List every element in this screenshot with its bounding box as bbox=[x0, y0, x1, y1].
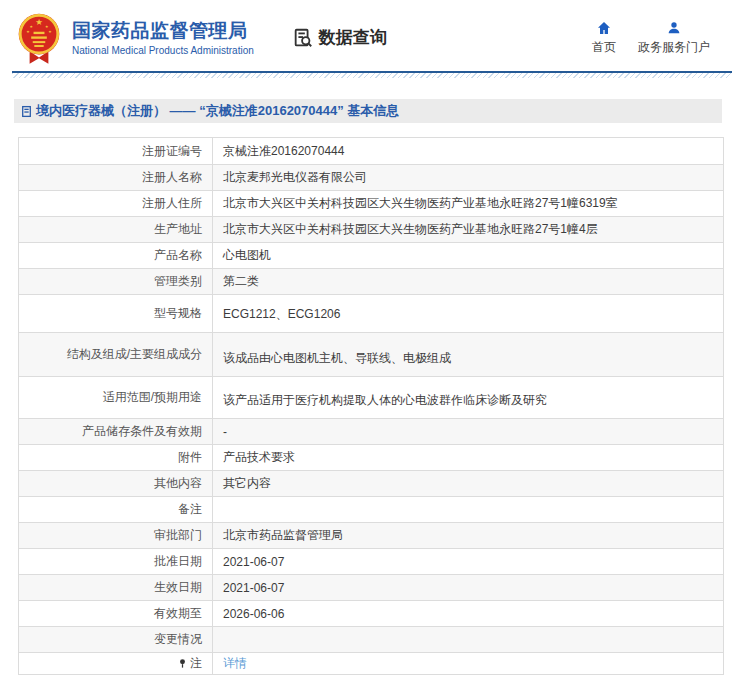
row-label: 其他内容 bbox=[19, 471, 213, 496]
details-link[interactable]: 详情 bbox=[223, 655, 247, 672]
table-row: 批准日期2021-06-07 bbox=[19, 548, 723, 574]
header-hatch-strip bbox=[12, 73, 732, 78]
brand-block: 国家药品监督管理局 National Medical Products Admi… bbox=[72, 19, 254, 56]
table-row: 审批部门北京市药品监督管理局 bbox=[19, 522, 723, 548]
row-value: 该成品由心电图机主机、导联线、电极组成 bbox=[213, 333, 723, 376]
row-value: 产品技术要求 bbox=[213, 445, 723, 470]
nav-service-portal-label: 政务服务门户 bbox=[638, 39, 710, 56]
table-row: 注册人住所北京市大兴区中关村科技园区大兴生物医药产业基地永旺路27号1幢6319… bbox=[19, 190, 723, 216]
row-label: 审批部门 bbox=[19, 523, 213, 548]
table-row: 变更情况 bbox=[19, 626, 723, 652]
table-row: 结构及组成/主要组成成分该成品由心电图机主机、导联线、电极组成 bbox=[19, 332, 723, 376]
site-title: 国家药品监督管理局 bbox=[72, 19, 254, 43]
table-row: 附件产品技术要求 bbox=[19, 444, 723, 470]
table-row: 型号规格ECG1212、ECG1206 bbox=[19, 294, 723, 332]
row-value: 2021-06-07 bbox=[213, 549, 723, 574]
row-label: 备注 bbox=[19, 497, 213, 522]
svg-text:★: ★ bbox=[26, 28, 30, 33]
row-label: 管理类别 bbox=[19, 269, 213, 294]
user-icon bbox=[666, 20, 682, 36]
row-value: 2021-06-07 bbox=[213, 575, 723, 600]
table-row: 生产地址北京市大兴区中关村科技园区大兴生物医药产业基地永旺路27号1幢4层 bbox=[19, 216, 723, 242]
nav-home-label: 首页 bbox=[592, 39, 616, 56]
table-row: 备注 bbox=[19, 496, 723, 522]
site-subtitle: National Medical Products Administration bbox=[72, 45, 254, 56]
row-label: 产品储存条件及有效期 bbox=[19, 419, 213, 444]
nav-service-portal[interactable]: 政务服务门户 bbox=[638, 20, 710, 56]
row-value: 北京市药品监督管理局 bbox=[213, 523, 723, 548]
table-row: 注详情 bbox=[19, 652, 723, 674]
row-value bbox=[213, 497, 723, 522]
table-row: 注册人名称北京麦邦光电仪器有限公司 bbox=[19, 164, 723, 190]
row-value: 北京麦邦光电仪器有限公司 bbox=[213, 165, 723, 190]
breadcrumb: 境内医疗器械（注册） —— “京械注准20162070444” 基本信息 bbox=[14, 99, 722, 123]
row-value: 其它内容 bbox=[213, 471, 723, 496]
row-value: 心电图机 bbox=[213, 243, 723, 268]
row-value bbox=[213, 627, 723, 652]
row-label: 适用范围/预期用途 bbox=[19, 377, 213, 418]
row-label: 生效日期 bbox=[19, 575, 213, 600]
row-label: 批准日期 bbox=[19, 549, 213, 574]
svg-text:★: ★ bbox=[48, 28, 52, 33]
note-pin-icon bbox=[177, 658, 188, 669]
data-query-label: 数据查询 bbox=[319, 26, 387, 49]
row-label: 注 bbox=[19, 653, 213, 674]
table-row: 产品名称心电图机 bbox=[19, 242, 723, 268]
row-label: 产品名称 bbox=[19, 243, 213, 268]
row-label: 注册人名称 bbox=[19, 165, 213, 190]
row-label: 注册人住所 bbox=[19, 191, 213, 216]
table-row: 适用范围/预期用途该产品适用于医疗机构提取人体的心电波群作临床诊断及研究 bbox=[19, 376, 723, 418]
row-label: 变更情况 bbox=[19, 627, 213, 652]
table-row: 管理类别第二类 bbox=[19, 268, 723, 294]
table-row: 有效期至2026-06-06 bbox=[19, 600, 723, 626]
svg-text:★: ★ bbox=[29, 23, 33, 28]
row-label: 注册证编号 bbox=[19, 138, 213, 164]
row-value: ECG1212、ECG1206 bbox=[213, 295, 723, 332]
row-label: 生产地址 bbox=[19, 217, 213, 242]
table-row: 注册证编号京械注准20162070444 bbox=[19, 138, 723, 164]
row-value: 京械注准20162070444 bbox=[213, 138, 723, 164]
home-icon bbox=[596, 20, 612, 36]
site-header: ★ ★ ★ ★ ★ 国家药品监督管理局 National Medical Pro… bbox=[0, 0, 732, 71]
row-value: 详情 bbox=[213, 653, 723, 674]
table-row: 生效日期2021-06-07 bbox=[19, 574, 723, 600]
data-query-icon bbox=[292, 27, 314, 49]
row-value: - bbox=[213, 419, 723, 444]
row-label: 结构及组成/主要组成成分 bbox=[19, 333, 213, 376]
row-label: 型号规格 bbox=[19, 295, 213, 332]
nav-home[interactable]: 首页 bbox=[592, 20, 616, 56]
header-nav: 首页 政务服务门户 bbox=[592, 20, 710, 56]
data-query-entry[interactable]: 数据查询 bbox=[292, 26, 387, 49]
table-row: 其他内容其它内容 bbox=[19, 470, 723, 496]
row-value: 第二类 bbox=[213, 269, 723, 294]
row-value: 2026-06-06 bbox=[213, 601, 723, 626]
row-value: 该产品适用于医疗机构提取人体的心电波群作临床诊断及研究 bbox=[213, 377, 723, 418]
table-row: 产品储存条件及有效期- bbox=[19, 418, 723, 444]
row-value: 北京市大兴区中关村科技园区大兴生物医药产业基地永旺路27号1幢6319室 bbox=[213, 191, 723, 216]
svg-text:★: ★ bbox=[35, 16, 43, 26]
breadcrumb-text: 境内医疗器械（注册） —— “京械注准20162070444” 基本信息 bbox=[36, 102, 399, 120]
row-label: 附件 bbox=[19, 445, 213, 470]
info-table: 注册证编号京械注准20162070444注册人名称北京麦邦光电仪器有限公司注册人… bbox=[18, 137, 724, 675]
row-value: 北京市大兴区中关村科技园区大兴生物医药产业基地永旺路27号1幢4层 bbox=[213, 217, 723, 242]
national-emblem-logo: ★ ★ ★ ★ ★ bbox=[14, 10, 64, 66]
row-label: 有效期至 bbox=[19, 601, 213, 626]
document-icon bbox=[20, 105, 33, 118]
